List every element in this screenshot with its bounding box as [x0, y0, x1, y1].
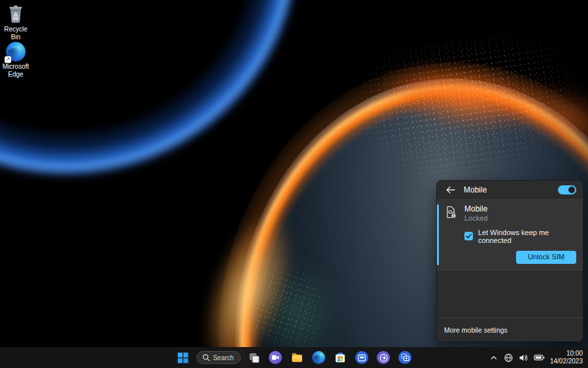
- desktop-icon-recycle-bin[interactable]: Recycle Bin: [1, 3, 31, 41]
- back-arrow-icon: [446, 186, 455, 194]
- window-app-button[interactable]: [353, 349, 370, 366]
- windows-logo-icon: [177, 352, 188, 363]
- microsoft-store-button[interactable]: [332, 349, 349, 366]
- more-mobile-settings-link[interactable]: More mobile settings: [444, 326, 508, 334]
- search-icon: [202, 354, 210, 361]
- microsoft-store-icon: [334, 351, 347, 364]
- mobile-toggle[interactable]: [558, 185, 576, 194]
- window-app-icon: [355, 351, 368, 364]
- toggle-knob: [568, 187, 575, 193]
- network-tray-button[interactable]: [502, 349, 515, 366]
- flyout-empty-area: [437, 270, 583, 318]
- search-label: Search: [213, 354, 234, 361]
- shortcut-arrow-badge: ↗: [5, 56, 11, 63]
- mobile-flyout-panel: Mobile Mobile Locked: [436, 180, 583, 342]
- battery-tray-button[interactable]: [532, 349, 547, 366]
- selected-accent-bar: [437, 204, 439, 265]
- get-started-button[interactable]: [375, 349, 392, 366]
- taskbar-center-group: Search: [175, 347, 414, 368]
- search-box[interactable]: Search: [196, 351, 241, 364]
- desktop-icon-microsoft-edge[interactable]: ↗ Microsoft Edge: [1, 42, 31, 78]
- flyout-title: Mobile: [464, 185, 552, 194]
- back-button[interactable]: [443, 183, 458, 197]
- chat-button[interactable]: [267, 349, 284, 366]
- connect-app-button[interactable]: [396, 349, 413, 366]
- globe-no-internet-icon: [504, 353, 513, 363]
- edge-logo-icon: ↗: [6, 42, 26, 62]
- flyout-footer: More mobile settings: [437, 318, 583, 341]
- clock[interactable]: 10:00 14/02/2023: [548, 350, 586, 366]
- unlock-sim-button[interactable]: Unlock SIM: [516, 251, 576, 264]
- get-started-icon: [377, 351, 390, 364]
- taskbar: Search: [0, 347, 588, 368]
- keep-connected-label: Let Windows keep me connected: [478, 229, 576, 244]
- network-name: Mobile: [464, 204, 487, 214]
- edge-button[interactable]: [310, 349, 327, 366]
- tray-date: 14/02/2023: [550, 358, 583, 366]
- task-view-button[interactable]: [245, 349, 262, 366]
- start-button[interactable]: [175, 349, 192, 366]
- flyout-header: Mobile: [437, 181, 583, 200]
- keep-connected-row[interactable]: Let Windows keep me connected: [464, 229, 576, 244]
- desktop-icon-label: Recycle Bin: [1, 26, 31, 41]
- recycle-bin-icon: [6, 3, 26, 24]
- network-status: Locked: [464, 214, 487, 223]
- battery-icon: [534, 354, 545, 361]
- connect-screens-icon: [398, 351, 411, 364]
- wallpaper-particles: [355, 24, 588, 195]
- wallpaper-blue-arc: [0, 0, 307, 183]
- task-view-icon: [248, 352, 260, 364]
- edge-icon: [312, 351, 325, 364]
- checkmark-icon: [465, 232, 472, 240]
- mobile-network-item[interactable]: Mobile Locked Let Windows keep me connec…: [437, 200, 583, 270]
- desktop-screen: Recycle Bin ↗ Microsoft Edge Mobile: [0, 0, 588, 368]
- speaker-icon: [519, 354, 528, 362]
- file-explorer-icon: [290, 351, 303, 364]
- file-explorer-button[interactable]: [288, 349, 305, 366]
- chevron-up-icon: [489, 354, 498, 361]
- keep-connected-checkbox[interactable]: [464, 232, 473, 240]
- show-hidden-icons-button[interactable]: [487, 349, 500, 366]
- system-tray: 10:00 14/02/2023: [487, 347, 586, 368]
- chat-icon: [269, 351, 282, 364]
- sim-lock-icon: [443, 205, 458, 219]
- desktop-icon-label: Microsoft Edge: [1, 63, 31, 78]
- tray-time: 10:00: [566, 350, 583, 358]
- network-name-block: Mobile Locked: [464, 204, 487, 223]
- volume-tray-button[interactable]: [517, 349, 530, 366]
